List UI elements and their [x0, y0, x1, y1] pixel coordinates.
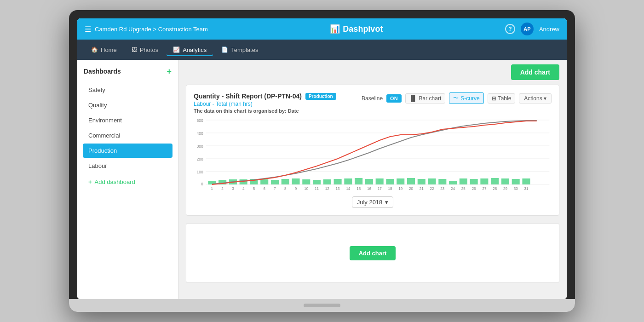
- svg-text:21: 21: [420, 187, 424, 191]
- svg-text:300: 300: [197, 144, 203, 149]
- sidebar-item-labour[interactable]: Labour: [83, 159, 172, 173]
- chart-title-section: Quantity - Shift Report (DP-PTN-04) Prod…: [194, 92, 336, 114]
- chart-title-text: Quantity - Shift Report (DP-PTN-04): [194, 92, 302, 100]
- chart-subtitle: Labour - Total (man hrs): [194, 101, 336, 107]
- sidebar: Dashboards + Safety Quality Environment …: [77, 60, 178, 299]
- svg-text:4: 4: [242, 187, 245, 191]
- help-icon[interactable]: ?: [505, 24, 515, 34]
- photos-icon: 🖼: [132, 46, 137, 53]
- svg-rect-24: [334, 179, 342, 184]
- svg-text:12: 12: [325, 187, 329, 191]
- svg-text:3: 3: [232, 187, 234, 191]
- add-chart-secondary-button[interactable]: Add chart: [350, 246, 396, 260]
- svg-text:200: 200: [197, 157, 203, 161]
- svg-text:5: 5: [253, 187, 255, 191]
- svg-text:400: 400: [197, 131, 203, 136]
- svg-text:18: 18: [388, 187, 392, 191]
- laptop-frame: ☰ Camden Rd Upgrade > Construction Team …: [69, 10, 575, 312]
- svg-rect-27: [365, 179, 373, 184]
- production-badge: Production: [305, 93, 336, 100]
- svg-text:500: 500: [197, 118, 203, 123]
- add-dashboard-plus-icon: +: [88, 178, 92, 185]
- chart-svg: 500 400 300 200 100 0: [194, 117, 552, 191]
- svg-text:11: 11: [315, 187, 319, 191]
- svg-rect-19: [282, 179, 289, 184]
- svg-text:2: 2: [221, 187, 224, 191]
- svg-text:20: 20: [409, 187, 413, 191]
- breadcrumb: Camden Rd Upgrade > Construction Team: [95, 26, 208, 33]
- svg-rect-39: [491, 178, 499, 184]
- svg-rect-21: [302, 179, 310, 184]
- svg-rect-32: [418, 179, 426, 184]
- bar-chart-label: Bar chart: [419, 95, 442, 102]
- table-button[interactable]: ⊞ Table: [488, 93, 516, 104]
- add-chart-button[interactable]: Add chart: [511, 64, 559, 80]
- svg-rect-18: [271, 180, 279, 184]
- svg-rect-20: [292, 178, 299, 184]
- hamburger-icon[interactable]: ☰: [85, 25, 91, 34]
- sidebar-item-safety[interactable]: Safety: [83, 83, 172, 97]
- sidebar-item-environment[interactable]: Environment: [83, 113, 172, 127]
- table-icon: ⊞: [492, 95, 496, 102]
- svg-rect-42: [522, 178, 530, 184]
- top-bar-right: ? AP Andrew: [505, 23, 559, 35]
- date-label: July 2018: [357, 199, 383, 206]
- svg-rect-38: [480, 178, 488, 184]
- svg-text:9: 9: [295, 187, 297, 191]
- sidebar-item-quality[interactable]: Quality: [83, 98, 172, 112]
- date-dropdown[interactable]: July 2018 ▾: [352, 196, 394, 208]
- analytics-icon: 📈: [173, 46, 180, 53]
- svg-rect-28: [376, 178, 384, 184]
- actions-button[interactable]: Actions ▾: [519, 93, 552, 104]
- svg-text:1: 1: [211, 187, 213, 191]
- nav-label-home: Home: [101, 46, 117, 53]
- chart-controls: Baseline ON ▐▌ Bar chart 〜 S-curve: [362, 92, 552, 104]
- date-selector: July 2018 ▾: [194, 196, 552, 208]
- nav-label-analytics: Analytics: [183, 46, 207, 53]
- svg-text:8: 8: [284, 187, 287, 191]
- nav-bar: 🏠 Home 🖼 Photos 📈 Analytics 📄 Templates: [77, 40, 567, 60]
- top-bar-center: 📊 Dashpivot: [208, 24, 505, 34]
- laptop-notch: [304, 304, 340, 307]
- svg-text:26: 26: [472, 187, 476, 191]
- svg-text:14: 14: [346, 187, 350, 191]
- sidebar-header: Dashboards +: [83, 65, 172, 77]
- main-layout: Dashboards + Safety Quality Environment …: [77, 60, 567, 299]
- svg-text:19: 19: [398, 187, 402, 191]
- nav-item-analytics[interactable]: 📈 Analytics: [167, 44, 213, 56]
- table-label: Table: [498, 95, 512, 102]
- svg-text:25: 25: [461, 187, 466, 191]
- svg-rect-23: [323, 179, 331, 184]
- svg-text:6: 6: [263, 187, 265, 191]
- baseline-on-badge[interactable]: ON: [386, 94, 402, 103]
- sidebar-item-commercial[interactable]: Commercial: [83, 128, 172, 143]
- bar-chart-icon: ▐▌: [409, 95, 417, 102]
- svg-text:31: 31: [524, 187, 528, 191]
- chart-title: Quantity - Shift Report (DP-PTN-04) Prod…: [194, 92, 336, 100]
- svg-rect-26: [355, 178, 362, 184]
- sidebar-add-button[interactable]: +: [167, 67, 172, 75]
- svg-text:7: 7: [274, 187, 276, 191]
- svg-rect-25: [344, 178, 352, 184]
- templates-icon: 📄: [221, 46, 228, 53]
- sidebar-item-production[interactable]: Production: [83, 144, 172, 158]
- nav-label-photos: Photos: [140, 46, 158, 53]
- svg-text:24: 24: [451, 187, 455, 191]
- svg-text:27: 27: [482, 187, 486, 191]
- svg-rect-29: [386, 179, 394, 184]
- add-dashboard-button[interactable]: + Add dashboard: [83, 175, 172, 189]
- content-area: Add chart Quantity - Shift Report (DP-PT…: [178, 60, 567, 299]
- nav-item-photos[interactable]: 🖼 Photos: [125, 44, 165, 56]
- scurve-button[interactable]: 〜 S-curve: [449, 92, 483, 104]
- svg-rect-31: [407, 178, 415, 184]
- empty-chart-card: Add chart: [186, 223, 559, 283]
- laptop-base: [69, 299, 575, 312]
- bar-chart-button[interactable]: ▐▌ Bar chart: [405, 93, 446, 104]
- nav-item-templates[interactable]: 📄 Templates: [215, 44, 264, 56]
- svg-text:15: 15: [356, 187, 361, 191]
- svg-rect-17: [260, 179, 268, 184]
- chart-header: Quantity - Shift Report (DP-PTN-04) Prod…: [194, 92, 552, 114]
- nav-item-home[interactable]: 🏠 Home: [85, 44, 123, 56]
- chart-card: Quantity - Shift Report (DP-PTN-04) Prod…: [186, 85, 559, 216]
- svg-rect-40: [501, 178, 509, 184]
